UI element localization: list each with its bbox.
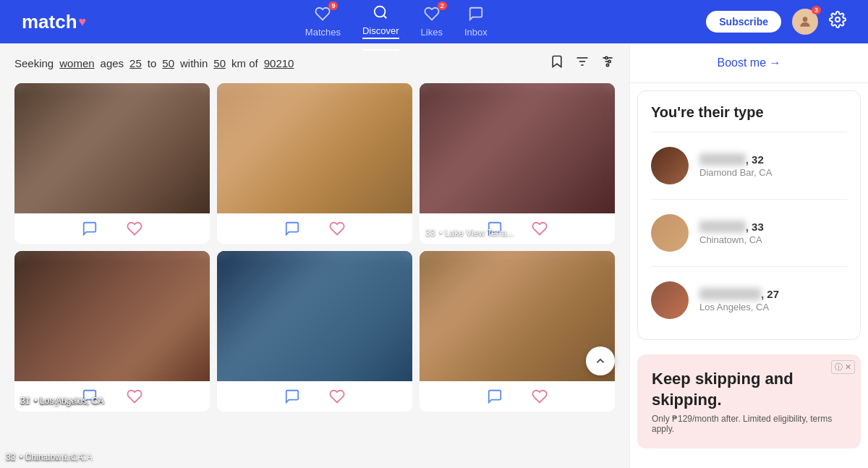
nav-inbox[interactable]: Inbox [464, 6, 488, 38]
profile-grid-row2-wrapper: 28 • Los Angeles, CA 2 [14, 251, 615, 412]
filter-button[interactable] [600, 54, 615, 72]
main-content: Seeking women ages 25 to 50 within 50 km… [0, 43, 868, 468]
profile-card-1[interactable]: 32 • Diamond Bar, CA [14, 83, 210, 244]
search-toolbar [550, 54, 615, 72]
ad-text: Keep skipping and skipping. [652, 369, 846, 410]
like-button-6[interactable] [532, 388, 548, 404]
message-button-1[interactable] [82, 221, 98, 237]
profile-card-2[interactable]: 33 • Chinatown, CA [217, 83, 412, 244]
zipcode-filter[interactable]: 90210 [264, 57, 294, 69]
likes-badge: 2 [438, 1, 447, 10]
message-button-6[interactable] [487, 388, 503, 404]
bookmark-icon [550, 54, 564, 69]
type-name-3: ████████, 27 [699, 288, 779, 300]
profile-grid-row1: 32 • Diamond Bar, CA 3 [14, 83, 615, 244]
ad-sub: Only ₱129/month after. Limited eligibili… [652, 414, 846, 434]
message-icon-1 [82, 221, 98, 237]
message-icon-2 [284, 221, 300, 237]
card-actions-2 [217, 213, 412, 244]
type-info-2: ██████, 33 Chinatown, CA [699, 221, 764, 245]
camera-icon-3 [599, 228, 609, 238]
type-divider-3 [651, 266, 847, 267]
card-actions-1 [14, 213, 210, 244]
profile-photo-4 [14, 251, 210, 381]
discover-feed: Seeking women ages 25 to 50 within 50 km… [0, 43, 629, 468]
discover-icon [373, 9, 388, 23]
discover-label: Discover [362, 25, 399, 36]
type-item-2[interactable]: ██████, 33 Chinatown, CA [651, 207, 847, 259]
search-criteria-bar: Seeking women ages 25 to 50 within 50 km… [14, 54, 615, 72]
profile-card-5[interactable]: 37 • Long Beach, CA [217, 251, 412, 412]
sort-icon [575, 54, 590, 69]
matches-icon-wrap: 9 [315, 6, 331, 25]
heart-icon-2 [329, 221, 345, 237]
profile-card-4[interactable]: 28 • Los Angeles, CA 2 [14, 251, 210, 412]
avatar-badge: 3 [812, 6, 821, 14]
like-button-3[interactable] [532, 221, 548, 237]
card-actions-6 [420, 381, 615, 412]
svg-point-14 [197, 399, 201, 403]
type-avatar-1 [651, 147, 689, 184]
type-name-1: ██████, 32 [699, 153, 772, 166]
message-button-5[interactable] [284, 388, 300, 404]
settings-button[interactable] [829, 11, 846, 33]
like-button-5[interactable] [329, 388, 345, 404]
card-actions-5 [217, 381, 412, 412]
matches-label: Matches [305, 27, 341, 38]
right-sidebar: Boost me → You're their type ██████, 32 … [629, 43, 868, 468]
type-location-1: Diamond Bar, CA [699, 167, 772, 178]
blurred-name-3: ████████ [699, 288, 761, 300]
blurred-name-2: ██████ [699, 221, 746, 233]
heart-icon-4 [127, 388, 142, 404]
message-button-2[interactable] [284, 221, 300, 237]
heart-icon-6 [532, 388, 548, 404]
scroll-up-button[interactable] [586, 346, 615, 375]
inbox-icon [468, 10, 484, 25]
like-button-4[interactable] [127, 388, 142, 404]
age-to-filter[interactable]: 50 [162, 57, 174, 69]
type-info-3: ████████, 27 Los Angeles, CA [699, 288, 779, 312]
matches-badge: 9 [328, 1, 338, 10]
logo: match♥ [22, 11, 86, 33]
svg-point-12 [606, 64, 608, 66]
type-item-1[interactable]: ██████, 32 Diamond Bar, CA [651, 140, 847, 192]
nav-matches[interactable]: 9 Matches [305, 6, 341, 38]
likes-icon [424, 10, 440, 25]
svg-point-13 [603, 231, 606, 235]
svg-point-11 [608, 60, 610, 62]
filter-icon [600, 54, 615, 69]
photo-count-value-3: 4 [592, 229, 597, 237]
ages-label: ages [101, 57, 124, 69]
ad-banner: ⓘ ✕ Keep skipping and skipping. Only ₱12… [637, 354, 861, 448]
age-from-filter[interactable]: 25 [129, 57, 142, 69]
avatar-button[interactable]: 3 [792, 9, 818, 35]
heart-icon-3 [532, 221, 548, 237]
nav-likes[interactable]: 2 Likes [421, 6, 443, 38]
svg-point-2 [803, 17, 808, 22]
unit-label: km of [231, 57, 258, 69]
bookmark-button[interactable] [550, 54, 564, 72]
heart-icon-1 [127, 221, 142, 237]
sort-button[interactable] [575, 54, 590, 72]
ad-info-icon[interactable]: ⓘ ✕ [831, 360, 855, 374]
blurred-name-1: ██████ [699, 153, 746, 166]
type-avatar-2 [651, 214, 689, 252]
profile-card-6[interactable]: 31 • Los Angeles, CA [420, 251, 615, 412]
like-button-1[interactable] [127, 221, 142, 237]
type-item-3[interactable]: ████████, 27 Los Angeles, CA [651, 274, 847, 326]
logo-text: match [22, 11, 77, 33]
heart-icon-5 [329, 388, 345, 404]
chevron-up-icon [594, 354, 607, 367]
nav-discover[interactable]: Discover [362, 4, 399, 39]
type-location-2: Chinatown, CA [699, 234, 764, 245]
seeking-label: Seeking [14, 57, 54, 69]
profile-photo-1 [14, 83, 210, 213]
ad-label: ⓘ ✕ [831, 360, 855, 374]
likes-icon-wrap: 2 [424, 6, 440, 25]
boost-link[interactable]: Boost me → [717, 56, 780, 69]
profile-card-3[interactable]: 33 • Lake View Terra... 4 [420, 83, 615, 244]
subscribe-button[interactable]: Subscribe [706, 11, 781, 33]
gender-filter[interactable]: women [59, 57, 94, 69]
like-button-2[interactable] [329, 221, 345, 237]
distance-filter[interactable]: 50 [213, 57, 226, 69]
